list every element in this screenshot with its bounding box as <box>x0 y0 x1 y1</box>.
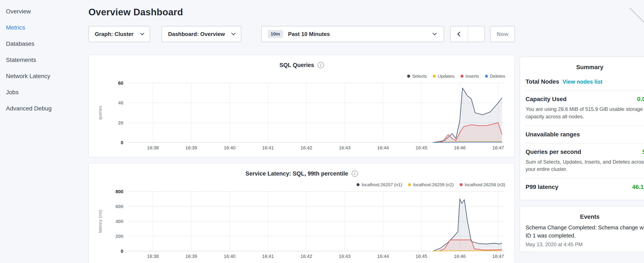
time-forward-button[interactable] <box>468 26 484 42</box>
legend-item: localhost:26259 (n2) <box>408 182 454 187</box>
summary-row-capacity-used: Capacity Used 0.01% You are using 28.6 M… <box>526 91 644 126</box>
summary-value: 59.7 <box>642 149 644 155</box>
svg-text:0: 0 <box>121 248 123 254</box>
legend-item: localhost:26258 (n3) <box>460 182 505 187</box>
svg-text:16:46: 16:46 <box>454 145 466 150</box>
svg-text:600: 600 <box>116 204 123 209</box>
svg-text:16:43: 16:43 <box>339 145 350 150</box>
svg-text:200: 200 <box>116 234 123 239</box>
graph-scope-dropdown[interactable]: Graph: Cluster <box>88 26 150 42</box>
legend-item: Updates <box>433 74 454 79</box>
chart-legend: SelectsUpdatesInsertsDeletes <box>407 74 505 79</box>
svg-text:16:40: 16:40 <box>224 145 236 150</box>
chevron-left-icon <box>457 32 462 37</box>
summary-row-unavailable-ranges: Unavailable ranges 0 <box>526 126 644 143</box>
svg-text:16:39: 16:39 <box>186 145 197 150</box>
legend-dot-icon <box>433 75 436 78</box>
svg-text:16:45: 16:45 <box>416 254 427 259</box>
summary-label: Unavailable ranges <box>526 131 580 138</box>
svg-text:40: 40 <box>118 100 123 106</box>
chevron-down-icon <box>231 31 236 35</box>
time-step-buttons <box>450 26 485 42</box>
time-range-badge: 10m <box>268 30 283 38</box>
svg-text:16:40: 16:40 <box>224 254 236 259</box>
svg-text:queries: queries <box>98 106 102 120</box>
page-title: Overview Dashboard <box>88 7 515 18</box>
svg-text:16:41: 16:41 <box>262 145 274 150</box>
sidebar-item-jobs[interactable]: Jobs <box>0 84 81 100</box>
view-nodes-list-link[interactable]: View nodes list <box>562 79 602 85</box>
summary-description: You are using 28.6 MiB of 515.9 GiB usab… <box>526 106 644 120</box>
legend-item: Selects <box>407 74 427 79</box>
sidebar-item-databases[interactable]: Databases <box>0 36 81 52</box>
summary-value: 46.1 ms <box>632 184 644 190</box>
summary-label: P99 latency <box>526 184 558 190</box>
svg-text:16:44: 16:44 <box>377 254 389 259</box>
info-icon[interactable] <box>352 170 358 177</box>
svg-text:16:47: 16:47 <box>492 254 504 259</box>
svg-text:400: 400 <box>116 219 123 224</box>
chart-legend: localhost:26257 (n1)localhost:26259 (n2)… <box>356 182 505 187</box>
sidebar-item-overview[interactable]: Overview <box>0 4 81 20</box>
event-item: Schema Change Completed: Schema change w… <box>526 224 644 247</box>
sidebar-item-network-latency[interactable]: Network Latency <box>0 68 81 84</box>
chart-title: SQL Queries <box>279 62 314 69</box>
summary-description: Sum of Selects, Updates, Inserts, and De… <box>526 158 644 173</box>
legend-dot-icon <box>460 183 463 186</box>
time-range-dropdown[interactable]: 10m Past 10 Minutes <box>261 26 444 42</box>
summary-row-total-nodes: Total Nodes View nodes list 3 <box>526 73 644 91</box>
legend-dot-icon <box>485 75 488 78</box>
toolbar: Graph: Cluster Dashboard: Overview 10m P… <box>88 26 515 42</box>
svg-text:latency (ms): latency (ms) <box>98 210 102 233</box>
dashboard-dropdown[interactable]: Dashboard: Overview <box>162 26 241 42</box>
event-text: Schema Change Completed: Schema change w… <box>526 224 644 239</box>
service-latency-chart-card: Service Latency: SQL, 99th percentile lo… <box>88 163 515 263</box>
summary-panel: Summary Total Nodes View nodes list 3 Ca… <box>520 57 644 200</box>
legend-dot-icon <box>356 183 360 186</box>
right-panel: Summary Total Nodes View nodes list 3 Ca… <box>520 57 644 252</box>
summary-label: Queries per second <box>526 149 581 155</box>
svg-text:16:42: 16:42 <box>300 254 312 259</box>
summary-row-p99-latency: P99 latency 46.1 ms <box>526 178 644 195</box>
info-icon[interactable] <box>318 62 324 68</box>
legend-item: localhost:26257 (n1) <box>356 182 402 187</box>
svg-text:16:39: 16:39 <box>186 254 197 259</box>
svg-text:16:41: 16:41 <box>262 254 274 259</box>
time-range-label: Past 10 Minutes <box>288 31 330 38</box>
sidebar: Overview Metrics Databases Statements Ne… <box>0 0 81 117</box>
summary-label: Total Nodes <box>526 78 559 85</box>
time-back-button[interactable] <box>450 26 468 42</box>
legend-item: Deletes <box>485 74 505 79</box>
svg-text:20: 20 <box>118 120 123 126</box>
now-button[interactable]: Now <box>490 26 515 42</box>
svg-text:16:43: 16:43 <box>339 254 350 259</box>
main-content: Overview Dashboard Graph: Cluster Dashbo… <box>88 0 515 263</box>
sidebar-item-statements[interactable]: Statements <box>0 52 81 68</box>
chart-title: Service Latency: SQL, 99th percentile <box>245 170 348 177</box>
event-timestamp: May 13, 2020 at 4:45 PM <box>526 241 644 247</box>
dashboard-label: Dashboard: Overview <box>168 31 225 38</box>
svg-text:60: 60 <box>118 80 123 86</box>
service-latency-chart: 16:3816:3916:4016:4116:4216:4316:4416:45… <box>95 189 510 260</box>
summary-value: 0.01% <box>637 96 644 103</box>
svg-text:16:46: 16:46 <box>454 254 466 259</box>
sql-queries-chart: 16:3816:3916:4016:4116:4216:4316:4416:45… <box>95 80 510 152</box>
svg-text:16:45: 16:45 <box>416 145 427 150</box>
events-panel: Events Schema Change Completed: Schema c… <box>520 206 644 252</box>
svg-text:16:47: 16:47 <box>492 145 504 150</box>
chevron-down-icon <box>432 31 437 35</box>
svg-text:800: 800 <box>116 189 123 194</box>
svg-text:0: 0 <box>121 140 123 145</box>
legend-item: Inserts <box>460 74 479 79</box>
svg-text:16:44: 16:44 <box>377 145 389 150</box>
legend-dot-icon <box>407 75 410 78</box>
legend-dot-icon <box>408 183 411 186</box>
summary-label: Capacity Used <box>526 96 566 103</box>
svg-text:16:42: 16:42 <box>300 145 312 150</box>
sidebar-item-metrics[interactable]: Metrics <box>0 20 81 36</box>
summary-row-queries-per-second: Queries per second 59.7 Sum of Selects, … <box>526 143 644 179</box>
chevron-down-icon <box>140 31 144 35</box>
svg-text:16:38: 16:38 <box>147 254 159 259</box>
sidebar-item-advanced-debug[interactable]: Advanced Debug <box>0 100 81 117</box>
graph-scope-label: Graph: Cluster <box>95 31 134 38</box>
